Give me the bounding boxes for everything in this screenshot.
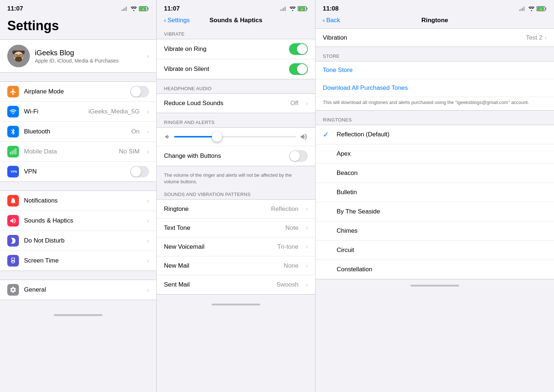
change-buttons-toggle[interactable] (289, 150, 308, 162)
ringtone-item-circuit[interactable]: ✓ Circuit (316, 241, 554, 260)
home-indicator-2 (157, 298, 315, 311)
ringtone-item-chimes[interactable]: ✓ Chimes (316, 221, 554, 241)
reduce-loud-value: Off (290, 100, 298, 107)
settings-row-sent-mail[interactable]: Sent Mail Swoosh › (157, 275, 315, 294)
mobile-data-label: Mobile Data (24, 148, 114, 155)
settings-row-reduce-loud[interactable]: Reduce Loud Sounds Off › (157, 94, 315, 113)
vpn-icon-box: VPN (7, 166, 19, 177)
gear-icon (9, 286, 17, 293)
dnd-label: Do Not Disturb (24, 237, 142, 244)
vpn-label: VPN (24, 168, 125, 175)
bluetooth-chevron: › (147, 128, 149, 136)
svg-text:⚡: ⚡ (300, 7, 304, 11)
settings-row-dnd[interactable]: Do Not Disturb › (0, 231, 156, 251)
signal-icon-2 (280, 7, 288, 11)
text-tone-label: Text Tone (164, 224, 280, 232)
signal-icon-3 (519, 7, 526, 11)
sounds-icon-box (7, 215, 19, 227)
vibrate-silent-toggle[interactable] (289, 63, 308, 75)
ringtone-item-reflection[interactable]: ✓ Reflection (Default) (316, 125, 554, 144)
ringer-note: The volume of the ringer and alerts will… (157, 170, 315, 189)
sent-mail-value: Swoosh (277, 281, 298, 288)
ringtones-list: ✓ Reflection (Default) ✓ Apex ✓ Beacon ✓… (316, 125, 554, 279)
ringtone-item-by-the-seaside[interactable]: ✓ By The Seaside (316, 202, 554, 221)
text-tone-value: Note (285, 224, 298, 232)
new-voicemail-label: New Voicemail (164, 243, 272, 251)
ringtone-item-apex[interactable]: ✓ Apex (316, 144, 554, 164)
ringtone-scroll[interactable]: Vibration Test 2 › STORE Tone Store Down… (316, 28, 554, 392)
settings-row-vibrate-ring[interactable]: Vibrate on Ring (157, 39, 315, 59)
headphone-header: HEADPHONE AUDIO (157, 83, 315, 93)
svg-rect-21 (15, 148, 16, 155)
settings-row-bluetooth[interactable]: Bluetooth On › (0, 122, 156, 142)
settings-scroll[interactable]: Airplane Mode Wi-Fi iGeeks_Media_5G › Bl… (0, 81, 156, 392)
settings-row-text-tone[interactable]: Text Tone Note › (157, 219, 315, 237)
home-indicator-3 (316, 279, 554, 292)
ringtone-item-beacon[interactable]: ✓ Beacon (316, 164, 554, 183)
sounds-scroll[interactable]: VIBRATE Vibrate on Ring Vibrate on Silen… (157, 28, 315, 392)
sounds-label: Sounds & Haptics (24, 217, 142, 224)
vibrate-header: VIBRATE (157, 28, 315, 39)
vibrate-ring-toggle[interactable] (289, 43, 308, 55)
svg-point-12 (15, 57, 22, 62)
settings-row-screen-time[interactable]: Screen Time › (0, 251, 156, 271)
vpn-icon: VPN (9, 168, 17, 175)
profile-row[interactable]: iGeeks Blog Apple ID, iCloud, Media & Pu… (0, 39, 156, 73)
status-icons-1: ⚡ (121, 6, 149, 11)
wifi-icon-box (7, 106, 19, 117)
settings-row-general[interactable]: General › (0, 280, 156, 300)
ringer-slider[interactable] (174, 136, 296, 137)
ringtone-item-bulletin[interactable]: ✓ Bulletin (316, 183, 554, 202)
tone-store-row[interactable]: Tone Store (316, 61, 554, 79)
patterns-header: SOUNDS AND VIBRATION PATTERNS (157, 189, 315, 199)
battery-icon-2: ⚡ (298, 6, 308, 11)
mobile-data-icon-box (7, 146, 19, 157)
settings-row-sounds[interactable]: Sounds & Haptics › (0, 211, 156, 231)
airplane-toggle[interactable] (130, 86, 149, 97)
bell-icon (9, 197, 17, 204)
settings-row-ringtone[interactable]: Ringtone Reflection › (157, 200, 315, 219)
ringer-header: RINGER AND ALERTS (157, 117, 315, 127)
ringtone-item-constellation[interactable]: ✓ Constellation (316, 260, 554, 279)
ringtone-name-reflection: Reflection (Default) (337, 131, 390, 138)
svg-rect-6 (148, 8, 149, 10)
settings-row-new-voicemail[interactable]: New Voicemail Tri-tone › (157, 237, 315, 256)
vibration-row[interactable]: Vibration Test 2 › (316, 28, 554, 47)
hourglass-icon (9, 257, 17, 264)
ringtone-name-bulletin: Bulletin (337, 189, 357, 196)
download-tones-row[interactable]: Download All Purchased Tones (316, 79, 554, 97)
settings-row-mobile-data[interactable]: Mobile Data No SIM › (0, 142, 156, 162)
volume-low-icon (164, 133, 170, 140)
sounds-back-button[interactable]: ‹ Settings (164, 17, 190, 24)
profile-text: iGeeks Blog Apple ID, iCloud, Media & Pu… (35, 49, 142, 64)
sounds-nav: ‹ Settings Sounds & Haptics (157, 15, 315, 28)
settings-row-notifications[interactable]: Notifications › (0, 191, 156, 211)
settings-group-general: General › (0, 280, 156, 300)
avatar (7, 45, 30, 67)
wifi-status-icon-2 (290, 7, 296, 11)
settings-row-new-mail[interactable]: New Mail None › (157, 256, 315, 275)
ringtone-back-button[interactable]: ‹ Back (323, 17, 340, 24)
wifi-status-icon (131, 7, 137, 11)
settings-group-network: Airplane Mode Wi-Fi iGeeks_Media_5G › Bl… (0, 81, 156, 182)
settings-row-vibrate-silent[interactable]: Vibrate on Silent (157, 59, 315, 79)
svg-text:⚡: ⚡ (141, 7, 145, 11)
wifi-chevron: › (147, 108, 149, 116)
screen-time-chevron: › (147, 257, 149, 265)
ringer-slider-row[interactable] (157, 128, 315, 146)
store-section-header: STORE (316, 51, 554, 61)
svg-rect-33 (522, 8, 523, 11)
vibrate-group: Vibrate on Ring Vibrate on Silent (157, 39, 315, 79)
vibration-chevron: › (545, 34, 547, 41)
settings-row-vpn[interactable]: VPN VPN (0, 162, 156, 181)
settings-row-change-buttons[interactable]: Change with Buttons (157, 146, 315, 166)
settings-row-airplane[interactable]: Airplane Mode (0, 82, 156, 102)
svg-text:VPN: VPN (11, 170, 17, 173)
ringtone-name-apex: Apex (337, 150, 351, 157)
wifi-icon (9, 108, 17, 115)
vpn-toggle[interactable] (130, 166, 149, 177)
ringtone-chevron: › (306, 205, 308, 213)
settings-row-wifi[interactable]: Wi-Fi iGeeks_Media_5G › (0, 102, 156, 122)
sounds-back-label: Settings (168, 17, 190, 24)
battery-icon: ⚡ (139, 6, 149, 11)
